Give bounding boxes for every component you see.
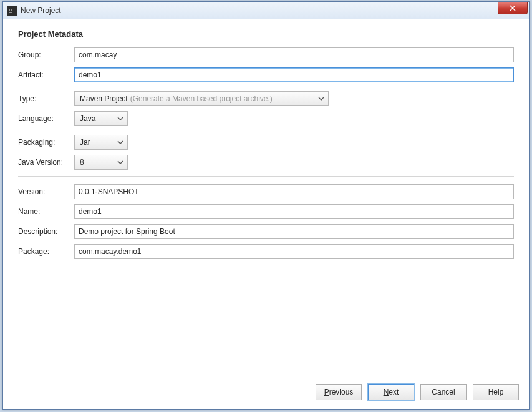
language-select[interactable]: Java <box>74 111 128 126</box>
packaging-select-value: Jar <box>80 138 90 147</box>
name-input[interactable] <box>74 204 514 219</box>
artifact-input[interactable] <box>74 67 514 82</box>
package-input[interactable] <box>74 244 514 259</box>
label-type: Type: <box>18 94 74 103</box>
svg-rect-1 <box>9 12 12 13</box>
footer: Previous Next Cancel Help <box>3 376 529 409</box>
row-type: Type: Maven Project (Generate a Maven ba… <box>18 91 514 106</box>
cancel-button[interactable]: Cancel <box>420 384 467 400</box>
version-input[interactable] <box>74 184 514 199</box>
label-language: Language: <box>18 114 74 123</box>
row-package: Package: <box>18 244 514 259</box>
language-select-value: Java <box>80 114 95 123</box>
content-area: Project Metadata Group: Artifact: Type: … <box>3 19 529 376</box>
close-icon <box>510 5 516 11</box>
row-artifact: Artifact: <box>18 67 514 82</box>
label-version: Version: <box>18 187 74 196</box>
description-input[interactable] <box>74 224 514 239</box>
new-project-window: IJ New Project Project Metadata Group: A… <box>2 1 530 410</box>
java-version-select[interactable]: 8 <box>74 155 128 170</box>
row-packaging: Packaging: Jar <box>18 135 514 150</box>
close-button[interactable] <box>498 2 528 14</box>
group-input[interactable] <box>74 47 514 62</box>
label-name: Name: <box>18 207 74 216</box>
label-java-version: Java Version: <box>18 158 74 167</box>
row-group: Group: <box>18 47 514 62</box>
label-package: Package: <box>18 247 74 256</box>
titlebar: IJ New Project <box>3 2 529 19</box>
next-button[interactable]: Next <box>368 384 414 400</box>
label-description: Description: <box>18 227 74 236</box>
row-name: Name: <box>18 204 514 219</box>
chevron-down-icon <box>117 159 123 165</box>
chevron-down-icon <box>117 115 123 122</box>
label-group: Group: <box>18 51 74 59</box>
label-artifact: Artifact: <box>18 71 74 79</box>
window-title: New Project <box>21 6 498 15</box>
type-select[interactable]: Maven Project (Generate a Maven based pr… <box>74 91 329 106</box>
type-select-value: Maven Project <box>80 94 128 103</box>
page-title: Project Metadata <box>18 29 514 39</box>
label-packaging: Packaging: <box>18 138 74 147</box>
chevron-down-icon <box>318 96 324 102</box>
row-java-version: Java Version: 8 <box>18 155 514 170</box>
java-version-select-value: 8 <box>80 158 84 167</box>
help-button[interactable]: Help <box>473 384 519 400</box>
chevron-down-icon <box>117 139 123 145</box>
app-icon: IJ <box>7 6 17 16</box>
previous-button[interactable]: Previous <box>316 384 362 400</box>
row-language: Language: Java <box>18 111 514 126</box>
svg-text:IJ: IJ <box>9 7 12 11</box>
divider <box>18 176 514 177</box>
row-version: Version: <box>18 184 514 199</box>
row-description: Description: <box>18 224 514 239</box>
type-select-hint: (Generate a Maven based project archive.… <box>130 94 273 103</box>
packaging-select[interactable]: Jar <box>74 135 128 150</box>
